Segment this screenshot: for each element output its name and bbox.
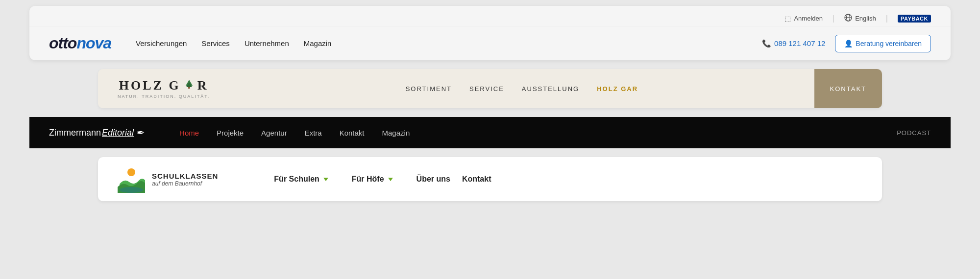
fuer-hoefe-label: Für Höfe: [352, 175, 384, 184]
nav-unternehmen[interactable]: Unternehmen: [245, 39, 289, 47]
schulen-chevron-icon: [323, 178, 328, 181]
payback-badge: PAYBACK: [898, 15, 931, 23]
nav-kontakt[interactable]: Kontakt: [462, 175, 491, 184]
schulklassen-brand: SCHULKLASSEN auf dem Bauernhof: [118, 165, 218, 193]
logo-part1: otto: [49, 34, 76, 52]
schulklassen-logo-text: SCHULKLASSEN auf dem Bauernhof: [152, 172, 218, 187]
schulklassen-navbar: SCHULKLASSEN auf dem Bauernhof Für Schul…: [98, 157, 882, 201]
ottonova-main-nav: Versicherungen Services Unternehmen Maga…: [136, 39, 331, 47]
hoefe-chevron-icon: [388, 178, 393, 181]
phone-link[interactable]: 📞 089 121 407 12: [762, 39, 825, 48]
svg-point-6: [127, 168, 135, 176]
ottonova-logo: ottonova: [49, 34, 111, 52]
holzgar-logo-part1: HOLZ G: [119, 78, 181, 93]
nav-magazin[interactable]: Magazin: [382, 129, 410, 137]
login-icon: ⬚: [784, 15, 791, 23]
ottonova-actions: 📞 089 121 407 12 👤 Beratung vereinbaren: [762, 35, 931, 52]
nav-ausstellung[interactable]: AUSSTELLUNG: [522, 85, 579, 93]
person-icon: 👤: [844, 40, 853, 47]
fuer-schulen-label: Für Schulen: [274, 175, 319, 184]
nav-magazin[interactable]: Magazin: [304, 39, 332, 47]
ottonova-mainbar: ottonova Versicherungen Services Unterne…: [29, 26, 951, 60]
holzgar-main-nav: SORTIMENT SERVICE AUSSTELLUNG HOLZ GAR: [391, 85, 653, 93]
nav-services[interactable]: Services: [201, 39, 230, 47]
holzgar-logo-part2: R: [197, 78, 209, 93]
zimmermann-main-nav: Home Projekte Agentur Extra Kontakt Maga…: [179, 129, 410, 137]
podcast-link[interactable]: PODCAST: [897, 129, 931, 137]
schulklassen-logo-icon: [118, 165, 145, 193]
zimmermann-navbar: ZimmermannEditorial✒ Home Projekte Agent…: [29, 117, 951, 148]
nav-ueber-uns[interactable]: Über uns: [405, 175, 462, 184]
globe-icon: [844, 14, 852, 23]
nav-fuer-hoefe[interactable]: Für Höfe: [340, 175, 405, 184]
nav-holzgar[interactable]: HOLZ GAR: [597, 85, 638, 93]
nav-extra[interactable]: Extra: [305, 129, 322, 137]
holzgar-navbar: HOLZ G R NATUR. TRADITION. QUALITÄT. SOR…: [98, 69, 882, 108]
language-selector[interactable]: English: [844, 14, 876, 23]
holzgar-brand: HOLZ G R NATUR. TRADITION. QUALITÄT.: [98, 70, 229, 108]
schulklassen-main-nav: Für Schulen Für Höfe Über uns Kontakt: [262, 175, 491, 184]
brand-part1: Zimmermann: [49, 128, 101, 138]
svg-point-7: [120, 187, 143, 193]
ottonova-topbar: ⬚ Anmelden | English | PAYBACK: [29, 11, 951, 26]
nav-home[interactable]: Home: [179, 129, 199, 137]
nav-versicherungen[interactable]: Versicherungen: [136, 39, 187, 47]
nav-projekte[interactable]: Projekte: [217, 129, 244, 137]
schulklassen-title: SCHULKLASSEN: [152, 172, 218, 180]
holzgar-tagline: NATUR. TRADITION. QUALITÄT.: [118, 94, 210, 99]
brand-part2: Editorial: [102, 128, 134, 138]
language-label: English: [855, 15, 876, 22]
phone-icon: 📞: [762, 39, 771, 48]
login-label: Anmelden: [794, 15, 823, 22]
consult-label: Beratung vereinbaren: [856, 40, 922, 47]
feather-icon: ✒: [137, 127, 145, 139]
separator-2: |: [886, 14, 888, 23]
separator-1: |: [833, 14, 834, 23]
payback-link[interactable]: PAYBACK: [898, 15, 931, 23]
nav-service[interactable]: SERVICE: [469, 85, 504, 93]
nav-fuer-schulen[interactable]: Für Schulen: [262, 175, 340, 184]
logo-part2: nova: [76, 34, 111, 52]
consult-button[interactable]: 👤 Beratung vereinbaren: [835, 35, 931, 52]
nav-kontakt[interactable]: Kontakt: [340, 129, 365, 137]
holzgar-kontakt-button[interactable]: KONTAKT: [814, 69, 882, 108]
svg-rect-5: [188, 87, 190, 89]
phone-number: 089 121 407 12: [774, 39, 825, 47]
ottonova-navbar: ⬚ Anmelden | English | PAYBACK ottonova …: [29, 6, 951, 60]
zimmermann-brand: ZimmermannEditorial✒: [49, 127, 145, 139]
schulklassen-subtitle: auf dem Bauernhof: [152, 180, 218, 187]
holzgar-logo: HOLZ G R: [119, 78, 209, 93]
holzgar-tree-icon: [184, 78, 195, 93]
nav-sortiment[interactable]: SORTIMENT: [406, 85, 452, 93]
nav-agentur[interactable]: Agentur: [261, 129, 287, 137]
login-link[interactable]: ⬚ Anmelden: [784, 15, 823, 23]
